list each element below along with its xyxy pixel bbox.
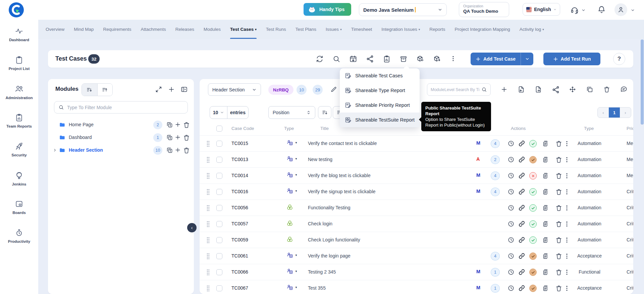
history-clock-icon[interactable] <box>507 236 515 243</box>
notifications-bell-icon[interactable] <box>597 5 606 14</box>
case-type-icon[interactable]: ▼ <box>286 268 298 275</box>
status-tan-icon[interactable] <box>529 269 537 276</box>
delete-case-icon[interactable] <box>555 269 562 276</box>
sort-ascending-button[interactable] <box>97 84 113 96</box>
delete-case-icon[interactable] <box>555 156 562 163</box>
sort-descending-button[interactable] <box>82 84 97 96</box>
drag-handle-icon[interactable] <box>206 269 210 276</box>
tab-overview[interactable]: Overview <box>46 20 64 39</box>
link-icon[interactable] <box>518 204 525 211</box>
add-submodule-icon[interactable] <box>174 134 181 141</box>
kebab-menu-icon[interactable] <box>564 140 568 147</box>
drag-handle-icon[interactable] <box>206 253 210 260</box>
case-type-icon[interactable]: ▼ <box>286 155 298 162</box>
delete-case-icon[interactable] <box>555 172 562 179</box>
row-checkbox[interactable] <box>216 189 222 195</box>
delete-case-icon[interactable] <box>555 204 562 211</box>
drag-handle-icon[interactable] <box>206 189 210 196</box>
history-clock-icon[interactable] <box>507 156 515 163</box>
tab-attachments[interactable]: Attachments <box>141 20 166 39</box>
case-type-icon[interactable] <box>286 236 293 243</box>
delete-case-icon[interactable] <box>555 188 562 195</box>
delete-case-icon[interactable] <box>555 140 562 147</box>
sidebar-item-administration[interactable]: Administration <box>0 77 38 106</box>
tab-timesheet[interactable]: Timesheet <box>351 20 372 39</box>
search-icon[interactable] <box>332 55 340 63</box>
duplicate-case-icon[interactable] <box>542 204 549 211</box>
menu-item-shareable-testsuite-report[interactable]: Shareable TestSuite Report <box>340 113 420 127</box>
add-submodule-icon[interactable] <box>174 121 181 128</box>
file-import-icon[interactable] <box>518 86 525 93</box>
tab-reports[interactable]: Reports <box>429 20 445 39</box>
link-icon[interactable] <box>518 285 525 292</box>
share-icon[interactable] <box>552 86 559 93</box>
delete-case-icon[interactable] <box>555 252 562 260</box>
row-checkbox[interactable] <box>216 173 222 179</box>
drag-handle-icon[interactable] <box>206 172 210 179</box>
case-title[interactable]: Check Login functionality <box>308 237 360 242</box>
drag-handle-icon[interactable] <box>206 156 210 163</box>
drag-handle-icon[interactable] <box>206 285 210 292</box>
drag-handle-icon[interactable] <box>206 237 210 244</box>
language-select[interactable]: English <box>523 3 560 16</box>
kebab-menu-icon[interactable] <box>564 269 568 276</box>
menu-item-shareable-type-report[interactable]: Shareable Type Report <box>340 83 420 98</box>
case-title[interactable]: Verify the login page <box>308 253 351 259</box>
status-red-icon[interactable] <box>529 172 537 179</box>
copy-module-icon[interactable] <box>166 134 173 141</box>
cube-export-icon[interactable] <box>433 55 441 63</box>
status-green-icon[interactable] <box>529 204 537 212</box>
delete-case-icon[interactable] <box>555 220 562 227</box>
history-clock-icon[interactable] <box>507 252 515 260</box>
cube-import-icon[interactable] <box>416 55 424 63</box>
collapse-panel-icon[interactable] <box>180 86 188 93</box>
next-page-button[interactable]: › <box>620 107 631 118</box>
history-clock-icon[interactable] <box>507 285 515 292</box>
copy-icon[interactable] <box>586 86 593 93</box>
row-checkbox[interactable] <box>216 253 222 259</box>
row-checkbox[interactable] <box>216 205 222 211</box>
sidebar-item-jenkins[interactable]: Jenkins <box>0 164 38 193</box>
case-type-icon[interactable] <box>286 204 293 211</box>
history-clock-icon[interactable] <box>507 269 515 276</box>
tab-test-cases[interactable]: Test Cases▾ <box>230 20 257 39</box>
status-tan-icon[interactable] <box>529 252 537 260</box>
status-green-icon[interactable] <box>529 188 537 196</box>
support-headset-icon[interactable] <box>570 6 579 14</box>
delete-module-icon[interactable] <box>183 121 190 129</box>
row-checkbox[interactable] <box>216 237 222 243</box>
archive-box-icon[interactable] <box>399 55 408 63</box>
kebab-menu-icon[interactable] <box>564 252 568 260</box>
case-type-icon[interactable]: ▼ <box>286 139 298 146</box>
select-all-checkbox[interactable] <box>216 126 222 132</box>
status-green-icon[interactable] <box>529 140 537 147</box>
sidebar-item-boards[interactable]: Boards <box>0 193 38 221</box>
link-icon[interactable] <box>518 220 525 227</box>
menu-item-shareable-test-cases[interactable]: Shareable Test Cases <box>340 68 420 83</box>
row-checkbox[interactable] <box>216 141 222 147</box>
row-checkbox[interactable] <box>216 157 222 163</box>
order-by-select[interactable]: Position <box>268 106 315 119</box>
history-clock-icon[interactable] <box>507 204 515 211</box>
sidebar-item-project-list[interactable]: Project List <box>0 49 38 77</box>
expand-modules-icon[interactable] <box>155 86 162 93</box>
case-type-icon[interactable]: ▼ <box>286 252 298 259</box>
module-item-home-page[interactable]: Home Page2 <box>48 119 194 131</box>
tab-issues[interactable]: Issues▾ <box>326 20 342 39</box>
delete-module-icon[interactable] <box>183 134 190 141</box>
row-checkbox[interactable] <box>216 269 222 275</box>
kebab-menu-icon[interactable] <box>564 172 568 179</box>
drag-handle-icon[interactable] <box>206 205 210 212</box>
qatouch-logo-icon[interactable] <box>9 2 24 17</box>
add-module-icon[interactable] <box>168 86 175 93</box>
drag-handle-icon[interactable] <box>206 140 210 147</box>
calendar-import-icon[interactable] <box>349 55 357 63</box>
tab-project-integration-mapping[interactable]: Project Integration Mapping <box>455 20 510 39</box>
current-page[interactable]: 1 <box>609 107 620 118</box>
case-title[interactable]: Verify the blog text is clickable <box>308 173 371 178</box>
link-icon[interactable] <box>518 269 525 276</box>
prev-page-button[interactable]: ‹ <box>598 107 609 118</box>
link-icon[interactable] <box>518 156 525 163</box>
project-select[interactable]: Demo Java Selenium <box>359 3 447 16</box>
delete-case-icon[interactable] <box>555 285 562 292</box>
